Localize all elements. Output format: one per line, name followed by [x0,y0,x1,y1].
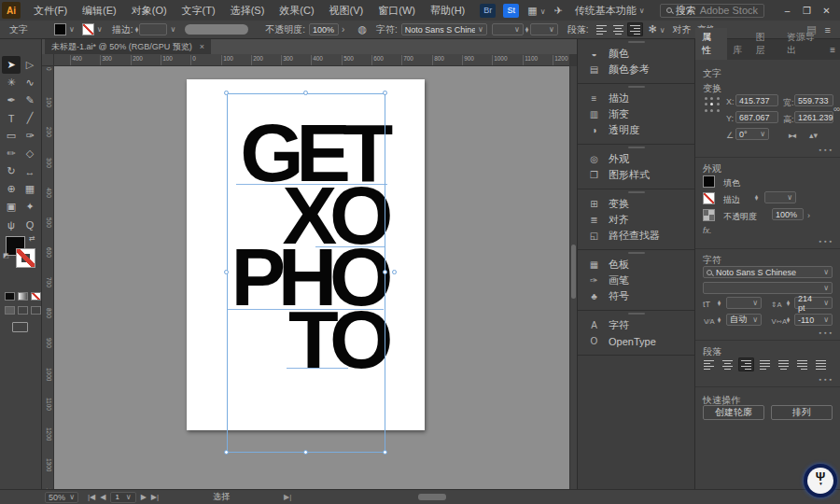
panel-item-变换[interactable]: ⊞变换 [578,196,694,212]
stroke-weight-stepper[interactable]: ▲▼ [133,26,139,32]
toolbox-stroke-swatch[interactable] [16,248,35,268]
none-mode-button[interactable] [31,292,41,301]
screen-mode-button[interactable] [12,322,28,332]
controlbar-align-left-button[interactable] [594,22,609,36]
zoom-tool[interactable]: Q [21,216,39,233]
fill-color-swatch[interactable] [54,23,66,35]
leading-select[interactable]: 214 pt∨ [794,297,833,309]
transform-more-options[interactable]: ● ● ● [819,147,833,152]
status-expand-icon[interactable]: ▶| [284,493,291,501]
font-size-select[interactable]: ∨ [726,297,762,309]
draw-behind-button[interactable] [18,306,28,315]
vertical-scrollbar-thumb[interactable] [571,245,576,299]
x-field[interactable]: 415.737 [735,94,778,106]
grid-view-icon[interactable]: ▦∨ [527,5,545,17]
panel-item-描边[interactable]: ≡描边 [578,91,694,106]
opacity-more-icon[interactable]: › [342,24,344,35]
hand-tool[interactable]: ψ [2,216,21,233]
magic-wand-tool[interactable]: ✳ [2,74,21,91]
default-fill-stroke-icon[interactable]: ◩ [3,252,9,259]
tab-close-icon[interactable]: × [200,42,204,51]
column-graph-tool[interactable]: ▦ [21,180,39,198]
next-artboard-icon[interactable]: ▶ [141,493,147,501]
tab-图层[interactable]: 图层 [749,28,781,60]
direct-selection-tool[interactable]: ▷ [21,56,39,74]
style-icon[interactable]: ◍ [357,23,367,35]
selection-handle[interactable] [392,270,397,274]
character-style-select[interactable]: ∨ [703,282,833,294]
panel-item-符号[interactable]: ♣符号 [578,288,694,304]
menu-item-3[interactable]: 文字(T) [175,0,223,21]
glyph-snapping-icon[interactable]: ✻∨ [649,23,665,35]
selection-handle[interactable] [383,450,387,455]
maximize-button[interactable]: ❐ [797,0,817,21]
line-segment-tool[interactable]: ╱ [21,109,39,127]
menu-item-4[interactable]: 选择(S) [223,0,273,21]
menu-item-0[interactable]: 文件(F) [26,0,75,21]
constrain-proportions-icon[interactable]: ∞ [833,104,840,114]
font-family-select[interactable]: Noto Sans S Chinese∨ [401,23,487,35]
width-field[interactable]: 559.733 [794,94,833,106]
panel-item-画笔[interactable]: ✑画笔 [578,273,694,288]
appearance-stroke-swatch[interactable] [703,192,715,204]
gradient-mode-button[interactable] [18,292,28,301]
justify-all-button[interactable] [813,357,829,371]
opacity-options-icon[interactable]: › [807,211,810,220]
stroke-weight-select[interactable]: ∨ [764,191,796,203]
opacity-field[interactable]: 100% [309,23,339,35]
share-icon[interactable]: ✈ [554,5,563,17]
menu-item-8[interactable]: 帮助(H) [423,0,472,21]
first-artboard-icon[interactable]: |◀ [88,493,95,501]
tab-资源导出[interactable]: 资源导出 [780,28,830,60]
swap-fill-stroke-icon[interactable]: ⇄ [29,234,35,243]
zoom-level-select[interactable]: 50%∨ [45,492,78,503]
pen-tool[interactable]: ✒ [2,91,21,109]
appearance-opacity-field[interactable]: 100% [772,208,804,220]
draw-normal-button[interactable] [5,306,15,315]
menu-item-7[interactable]: 窗口(W) [371,0,423,21]
arrange-button[interactable]: 排列 [771,405,833,420]
controlbar-align-center-button[interactable] [610,22,626,36]
rotate-angle-select[interactable]: 0°∨ [735,128,769,140]
selection-handle[interactable] [224,91,229,95]
selection-handle[interactable] [383,91,387,95]
rotate-tool[interactable]: ↻ [2,162,21,180]
tracking-select[interactable]: -110∨ [794,314,833,326]
reference-point-locator[interactable] [703,95,721,114]
character-font-select[interactable]: Noto Sans S Chinese∨ [703,266,833,278]
menu-item-6[interactable]: 视图(V) [322,0,371,21]
selection-handle[interactable] [303,450,308,455]
height-field[interactable]: 1261.239 [794,111,833,123]
panel-item-外观[interactable]: ◎外观 [578,151,694,167]
stock-search-input[interactable]: 搜索 Adobe Stock [660,4,764,18]
font-style-select[interactable]: ∨ [492,23,524,35]
selection-handle[interactable] [383,270,387,274]
close-button[interactable]: ✕ [817,0,836,21]
paragraph-more-options[interactable]: ● ● ● [819,377,833,382]
panel-item-色板[interactable]: ▦色板 [578,257,694,273]
lasso-tool[interactable]: ∿ [21,74,39,91]
panel-item-路径查找器[interactable]: ◱路径查找器 [578,228,694,244]
artboard-number-select[interactable]: 1∨ [110,492,135,503]
selection-handle[interactable] [303,91,308,95]
align-center-button[interactable] [720,357,735,371]
panel-item-OpenType[interactable]: OOpenType [578,333,694,349]
create-outlines-button[interactable]: 创建轮廓 [703,405,764,420]
workspace-switcher[interactable]: 传统基本功能∨ [575,4,645,18]
font-size-stepper[interactable]: ▲▼ [525,26,530,32]
align-right-button[interactable] [738,357,754,371]
stroke-weight-field[interactable] [139,23,167,35]
panel-item-图形样式[interactable]: ❐图形样式 [578,167,694,183]
align-panel-button[interactable]: 对齐 [673,23,692,36]
flip-horizontal-icon[interactable]: ▸◂ [789,131,795,140]
bridge-badge-icon[interactable]: Br [480,4,496,18]
horizontal-scrollbar-thumb[interactable] [418,494,446,500]
canvas[interactable]: GETXOPHOTO [54,66,569,489]
vertical-scrollbar[interactable] [569,66,577,489]
panel-menu-icon[interactable]: ≡ [830,45,835,55]
color-mode-button[interactable] [5,292,15,301]
menu-item-1[interactable]: 编辑(E) [75,0,124,21]
last-artboard-icon[interactable]: ▶| [151,493,159,501]
controlbar-align-right-button[interactable] [627,22,643,36]
menu-item-5[interactable]: 效果(C) [272,0,321,21]
